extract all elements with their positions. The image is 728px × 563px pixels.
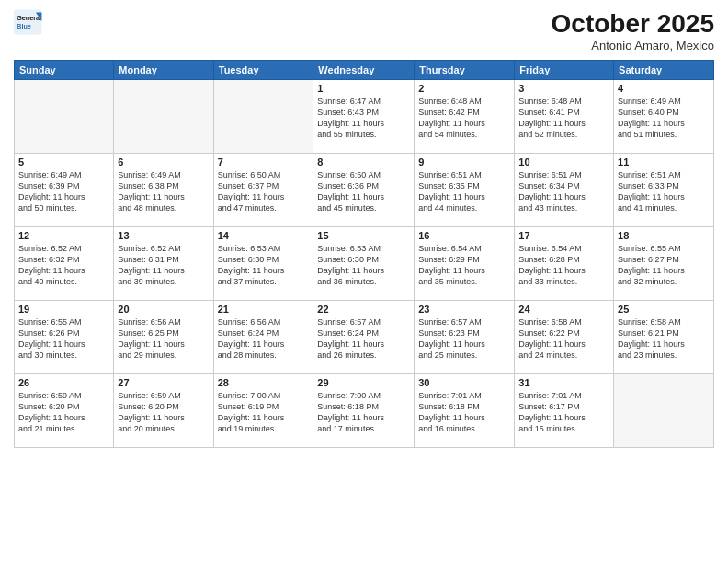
day-number: 1 [317,83,410,94]
calendar-cell [614,374,714,448]
day-number: 24 [518,304,609,315]
calendar-header-tuesday: Tuesday [213,61,313,80]
cell-info: Sunrise: 6:58 AMSunset: 6:22 PMDaylight:… [518,316,609,362]
cell-info: Sunrise: 6:56 AMSunset: 6:25 PMDaylight:… [118,316,209,362]
day-number: 22 [317,304,410,315]
month-title: October 2025 [552,9,714,39]
day-number: 19 [18,304,109,315]
calendar-cell: 25Sunrise: 6:58 AMSunset: 6:21 PMDayligh… [614,301,714,374]
cell-info: Sunrise: 6:53 AMSunset: 6:30 PMDaylight:… [218,243,310,288]
cell-info: Sunrise: 6:53 AMSunset: 6:30 PMDaylight:… [317,243,410,288]
day-number: 20 [118,304,209,315]
cell-info: Sunrise: 6:55 AMSunset: 6:27 PMDaylight:… [618,243,710,288]
location-subtitle: Antonio Amaro, Mexico [552,39,714,52]
page: General Blue October 2025 Antonio Amaro,… [0,0,728,563]
day-number: 8 [317,156,410,167]
day-number: 25 [618,304,710,315]
calendar-cell: 9Sunrise: 6:51 AMSunset: 6:35 PMDaylight… [415,154,515,227]
day-number: 23 [418,304,510,315]
logo-icon: General Blue [14,9,43,35]
logo: General Blue [14,9,43,35]
calendar-cell: 24Sunrise: 6:58 AMSunset: 6:22 PMDayligh… [515,301,614,374]
calendar-header-saturday: Saturday [614,61,714,80]
day-number: 12 [18,230,109,241]
day-number: 7 [218,156,310,167]
calendar-cell: 15Sunrise: 6:53 AMSunset: 6:30 PMDayligh… [313,227,415,301]
cell-info: Sunrise: 6:54 AMSunset: 6:28 PMDaylight:… [518,243,609,288]
day-number: 31 [518,377,609,388]
calendar-cell: 23Sunrise: 6:57 AMSunset: 6:23 PMDayligh… [415,301,515,374]
calendar-cell: 12Sunrise: 6:52 AMSunset: 6:32 PMDayligh… [15,227,114,301]
cell-info: Sunrise: 6:51 AMSunset: 6:33 PMDaylight:… [618,169,710,214]
day-number: 17 [518,230,609,241]
cell-info: Sunrise: 6:56 AMSunset: 6:24 PMDaylight:… [218,316,310,362]
day-number: 26 [18,377,109,388]
cell-info: Sunrise: 6:54 AMSunset: 6:29 PMDaylight:… [418,243,510,288]
calendar-cell: 19Sunrise: 6:55 AMSunset: 6:26 PMDayligh… [15,301,114,374]
calendar-cell: 11Sunrise: 6:51 AMSunset: 6:33 PMDayligh… [614,154,714,227]
calendar-cell: 16Sunrise: 6:54 AMSunset: 6:29 PMDayligh… [415,227,515,301]
calendar-cell: 28Sunrise: 7:00 AMSunset: 6:19 PMDayligh… [213,374,313,448]
calendar-cell: 13Sunrise: 6:52 AMSunset: 6:31 PMDayligh… [114,227,213,301]
cell-info: Sunrise: 6:49 AMSunset: 6:39 PMDaylight:… [18,169,109,214]
calendar-cell: 30Sunrise: 7:01 AMSunset: 6:18 PMDayligh… [415,374,515,448]
calendar-cell: 2Sunrise: 6:48 AMSunset: 6:42 PMDaylight… [415,80,515,154]
day-number: 30 [418,377,510,388]
calendar-cell: 26Sunrise: 6:59 AMSunset: 6:20 PMDayligh… [15,374,114,448]
calendar-cell: 8Sunrise: 6:50 AMSunset: 6:36 PMDaylight… [313,154,415,227]
calendar-cell: 6Sunrise: 6:49 AMSunset: 6:38 PMDaylight… [114,154,213,227]
cell-info: Sunrise: 7:00 AMSunset: 6:18 PMDaylight:… [317,390,410,435]
cell-info: Sunrise: 7:00 AMSunset: 6:19 PMDaylight:… [218,390,310,435]
cell-info: Sunrise: 6:47 AMSunset: 6:43 PMDaylight:… [317,96,410,141]
calendar-cell: 10Sunrise: 6:51 AMSunset: 6:34 PMDayligh… [515,154,614,227]
cell-info: Sunrise: 6:50 AMSunset: 6:37 PMDaylight:… [218,169,310,214]
cell-info: Sunrise: 6:52 AMSunset: 6:31 PMDaylight:… [118,243,209,288]
cell-info: Sunrise: 6:50 AMSunset: 6:36 PMDaylight:… [317,169,410,214]
calendar-week-row: 26Sunrise: 6:59 AMSunset: 6:20 PMDayligh… [15,374,714,448]
calendar-cell [213,80,313,154]
calendar-header-sunday: Sunday [15,61,114,80]
day-number: 10 [518,156,609,167]
cell-info: Sunrise: 6:49 AMSunset: 6:40 PMDaylight:… [618,96,710,141]
day-number: 18 [618,230,710,241]
day-number: 13 [118,230,209,241]
day-number: 5 [18,156,109,167]
day-number: 29 [317,377,410,388]
calendar-cell: 5Sunrise: 6:49 AMSunset: 6:39 PMDaylight… [15,154,114,227]
day-number: 27 [118,377,209,388]
calendar-cell: 7Sunrise: 6:50 AMSunset: 6:37 PMDaylight… [213,154,313,227]
calendar-week-row: 1Sunrise: 6:47 AMSunset: 6:43 PMDaylight… [15,80,714,154]
cell-info: Sunrise: 6:57 AMSunset: 6:23 PMDaylight:… [418,316,510,362]
cell-info: Sunrise: 6:59 AMSunset: 6:20 PMDaylight:… [118,390,209,435]
title-block: October 2025 Antonio Amaro, Mexico [552,9,714,52]
calendar-week-row: 12Sunrise: 6:52 AMSunset: 6:32 PMDayligh… [15,227,714,301]
calendar-header-monday: Monday [114,61,213,80]
calendar-week-row: 5Sunrise: 6:49 AMSunset: 6:39 PMDaylight… [15,154,714,227]
calendar-cell: 27Sunrise: 6:59 AMSunset: 6:20 PMDayligh… [114,374,213,448]
calendar-header-friday: Friday [515,61,614,80]
day-number: 4 [618,83,710,94]
calendar-cell: 31Sunrise: 7:01 AMSunset: 6:17 PMDayligh… [515,374,614,448]
day-number: 21 [218,304,310,315]
calendar-cell: 29Sunrise: 7:00 AMSunset: 6:18 PMDayligh… [313,374,415,448]
svg-text:Blue: Blue [17,22,31,30]
cell-info: Sunrise: 6:57 AMSunset: 6:24 PMDaylight:… [317,316,410,362]
day-number: 6 [118,156,209,167]
calendar-cell [114,80,213,154]
day-number: 15 [317,230,410,241]
cell-info: Sunrise: 6:51 AMSunset: 6:34 PMDaylight:… [518,169,609,214]
cell-info: Sunrise: 6:51 AMSunset: 6:35 PMDaylight:… [418,169,510,214]
calendar-week-row: 19Sunrise: 6:55 AMSunset: 6:26 PMDayligh… [15,301,714,374]
day-number: 2 [418,83,510,94]
calendar: SundayMondayTuesdayWednesdayThursdayFrid… [14,60,714,448]
cell-info: Sunrise: 7:01 AMSunset: 6:18 PMDaylight:… [418,390,510,435]
cell-info: Sunrise: 6:55 AMSunset: 6:26 PMDaylight:… [18,316,109,362]
cell-info: Sunrise: 6:52 AMSunset: 6:32 PMDaylight:… [18,243,109,288]
calendar-cell: 20Sunrise: 6:56 AMSunset: 6:25 PMDayligh… [114,301,213,374]
calendar-cell: 18Sunrise: 6:55 AMSunset: 6:27 PMDayligh… [614,227,714,301]
calendar-cell: 3Sunrise: 6:48 AMSunset: 6:41 PMDaylight… [515,80,614,154]
calendar-cell [15,80,114,154]
day-number: 28 [218,377,310,388]
cell-info: Sunrise: 7:01 AMSunset: 6:17 PMDaylight:… [518,390,609,435]
day-number: 14 [218,230,310,241]
